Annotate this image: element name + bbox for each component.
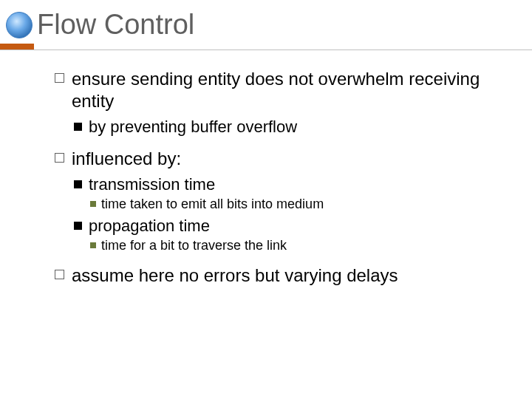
slide-content: ensure sending entity does not overwhelm… <box>0 50 532 287</box>
hollow-square-icon <box>55 153 64 163</box>
list-item: by preventing buffer overflow <box>74 117 505 137</box>
hollow-square-icon <box>55 73 64 83</box>
small-square-icon <box>90 242 96 248</box>
bullet-text: by preventing buffer overflow <box>89 117 297 137</box>
small-square-icon <box>90 201 96 207</box>
list-item: propagation time time for a bit to trave… <box>74 216 505 254</box>
filled-square-icon <box>74 180 82 188</box>
filled-square-icon <box>74 123 82 131</box>
bullet-text: assume here no errors but varying delays <box>72 265 398 287</box>
bullet-list: ensure sending entity does not overwhelm… <box>55 68 505 287</box>
slide-header: Flow Control <box>0 0 532 42</box>
list-item: time taken to emit all bits into medium <box>90 196 505 213</box>
bullet-text: transmission time <box>89 174 215 195</box>
bullet-text: time for a bit to traverse the link <box>101 237 287 254</box>
bullet-text: ensure sending entity does not overwhelm… <box>72 68 505 112</box>
bullet-text: propagation time <box>89 216 210 236</box>
filled-square-icon <box>74 222 82 230</box>
list-item: time for a bit to traverse the link <box>90 237 505 254</box>
bullet-text: time taken to emit all bits into medium <box>101 196 324 213</box>
list-item: ensure sending entity does not overwhelm… <box>55 68 505 137</box>
slide-title: Flow Control <box>37 9 194 41</box>
list-item: assume here no errors but varying delays <box>55 265 505 287</box>
bullet-text: influenced by: <box>72 148 181 170</box>
accent-bar <box>0 44 34 50</box>
hollow-square-icon <box>55 270 64 279</box>
list-item: influenced by: transmission time time ta… <box>55 148 505 254</box>
list-item: transmission time time taken to emit all… <box>74 174 505 213</box>
globe-icon <box>6 12 33 38</box>
